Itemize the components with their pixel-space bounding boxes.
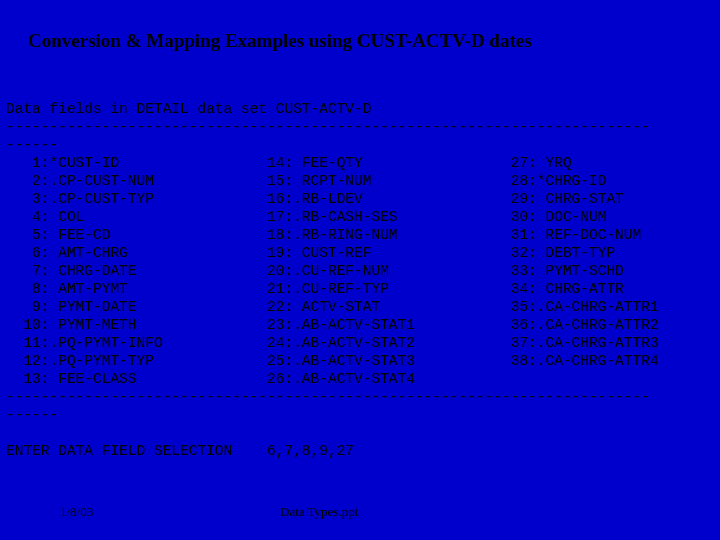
page-title: Conversion & Mapping Examples using CUST… <box>28 30 532 52</box>
footer-date: 1/8/03 <box>60 504 93 520</box>
data-field-listing: Data fields in DETAIL data set CUST-ACTV… <box>6 100 685 460</box>
footer-filename: Data Types.ppt <box>280 504 358 520</box>
slide: Conversion & Mapping Examples using CUST… <box>0 0 720 540</box>
